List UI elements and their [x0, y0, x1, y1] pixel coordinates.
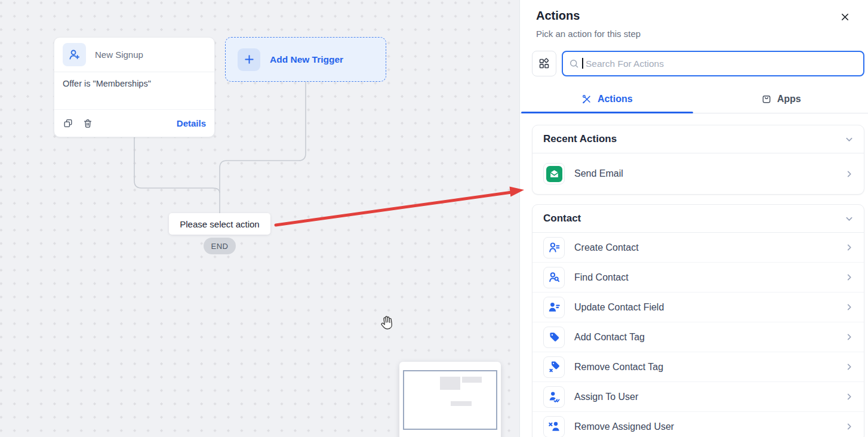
minimap-node [462, 377, 482, 383]
action-section-recent-actions: Recent Actions Send Email [532, 125, 864, 195]
user-plus-icon [63, 43, 86, 66]
trigger-filter-text: Offer is "Memberships" [63, 79, 151, 88]
tab-apps-label: Apps [777, 94, 801, 104]
action-item-label: Remove Assigned User [574, 421, 836, 432]
remove-contact-tag-icon [543, 356, 565, 378]
details-link[interactable]: Details [177, 118, 206, 128]
grab-cursor-icon [378, 314, 395, 332]
close-icon[interactable] [838, 10, 852, 24]
chevron-right-icon [845, 393, 853, 401]
chevron-right-icon [845, 363, 853, 371]
chevron-down-icon [845, 136, 853, 143]
action-item-create-contact[interactable]: Create Contact [533, 233, 864, 263]
action-item-label: Find Contact [574, 272, 836, 283]
chevron-down-icon [845, 215, 853, 223]
send-email-icon [543, 163, 565, 184]
tab-actions-label: Actions [598, 94, 633, 104]
apps-bag-icon [761, 94, 772, 104]
action-item-label: Send Email [574, 168, 836, 179]
section-title: Recent Actions [543, 133, 617, 145]
please-select-action-label: Please select action [169, 213, 270, 235]
minimap-node [451, 401, 472, 406]
panel-title: Actions [536, 9, 580, 23]
search-input[interactable] [562, 51, 864, 76]
delete-icon[interactable] [82, 118, 93, 129]
action-item-label: Create Contact [574, 242, 836, 253]
minimap-viewport [403, 370, 497, 430]
tab-actions[interactable]: Actions [520, 85, 694, 113]
trigger-title: New Signup [95, 50, 143, 60]
action-item-label: Update Contact Field [574, 302, 836, 313]
add-new-trigger-label: Add New Trigger [270, 54, 343, 65]
action-item-label: Add Contact Tag [574, 332, 836, 343]
send-email-icon [546, 166, 562, 182]
update-contact-field-icon [543, 297, 565, 318]
minimap[interactable] [399, 362, 501, 437]
action-section-contact: Contact Create Contact Find Contact Upda… [532, 204, 864, 437]
create-contact-icon [543, 237, 565, 258]
plus-icon [238, 48, 260, 71]
action-item-send-email[interactable]: Send Email [533, 153, 864, 194]
duplicate-icon[interactable] [63, 118, 73, 129]
add-contact-tag-icon [543, 327, 565, 348]
assign-to-user-icon [543, 386, 565, 408]
action-item-label: Assign To User [574, 392, 836, 402]
end-node: END [204, 238, 236, 254]
tab-apps[interactable]: Apps [694, 85, 868, 113]
action-item-remove-assigned-user[interactable]: Remove Assigned User [533, 412, 864, 437]
text-caret [582, 58, 583, 69]
action-item-remove-contact-tag[interactable]: Remove Contact Tag [533, 352, 864, 382]
action-item-update-contact-field[interactable]: Update Contact Field [533, 293, 864, 322]
trigger-node-card[interactable]: New Signup Offer is "Memberships" [54, 37, 215, 137]
workflow-canvas[interactable]: New Signup Offer is "Memberships" [0, 0, 519, 437]
section-header[interactable]: Recent Actions [533, 125, 864, 153]
trigger-card-header: New Signup [54, 38, 214, 72]
panel-tabs: Actions Apps [520, 85, 868, 113]
actions-panel: Actions Pick an action for this step [519, 0, 868, 437]
chevron-right-icon [845, 244, 853, 251]
search-icon [568, 58, 580, 69]
action-item-label: Remove Contact Tag [574, 362, 836, 373]
tools-icon [581, 94, 592, 104]
action-item-add-contact-tag[interactable]: Add Contact Tag [533, 322, 864, 352]
panel-subtitle: Pick an action for this step [520, 24, 868, 39]
grid-diamond-icon [538, 57, 550, 70]
chevron-right-icon [845, 333, 853, 341]
browse-categories-button[interactable] [532, 51, 556, 76]
chevron-right-icon [845, 273, 853, 281]
chevron-right-icon [845, 303, 853, 311]
action-item-find-contact[interactable]: Find Contact [533, 263, 864, 293]
chevron-right-icon [845, 170, 853, 178]
add-new-trigger-button[interactable]: Add New Trigger [225, 37, 386, 82]
chevron-right-icon [845, 423, 853, 430]
minimap-node [440, 377, 460, 390]
remove-assigned-user-icon [543, 416, 565, 437]
action-item-assign-to-user[interactable]: Assign To User [533, 382, 864, 412]
section-header[interactable]: Contact [533, 205, 864, 232]
section-title: Contact [543, 213, 581, 224]
find-contact-icon [543, 267, 565, 288]
